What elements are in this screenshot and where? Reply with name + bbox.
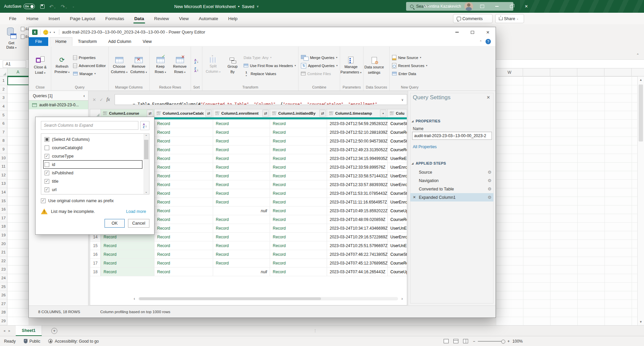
restore-button[interactable] [506,0,517,13]
row-header[interactable]: 18 [0,222,7,231]
event-cell[interactable]: UserEnrol [388,233,407,241]
remove-columns-button[interactable]: ✕ Remove Columns ▾ [129,56,148,75]
course-cell[interactable]: Record [101,268,154,276]
event-cell[interactable]: CourseUp [388,268,407,276]
row-header[interactable]: 21 [0,248,7,257]
grid-horizontal-scrollbar[interactable]: ‹ › [134,295,403,302]
timestamp-cell[interactable]: 2023-03-24T12:52:10.2881839Z [327,128,388,136]
load-more-link[interactable]: Load more [126,209,146,214]
row-number-cell[interactable]: 16 [90,250,101,258]
timestamp-cell[interactable]: 2023-03-24T12:34:15.9949935Z [327,154,388,163]
account-area[interactable]: Valentina Kazakevich ✕ [423,0,532,13]
initiated-by-cell[interactable]: Record [270,189,327,197]
course-cell[interactable]: Record [101,259,154,267]
event-cell[interactable]: CourseSta [388,137,407,145]
feedback-smiley-icon[interactable] [43,30,48,35]
row-header[interactable]: 14 [0,188,7,197]
course-cell[interactable]: Record [101,250,154,258]
initiated-by-cell[interactable]: Record [270,128,327,136]
pq-maximize-button[interactable] [465,27,480,37]
initiated-by-cell[interactable]: Record [270,146,327,154]
row-header[interactable]: 16 [0,205,7,214]
expand-search-input[interactable] [41,121,138,130]
remove-rows-button[interactable]: ✕ Remove Rows ▾ [170,56,190,75]
page-layout-view-button[interactable] [453,339,458,343]
excel-ribbon-tab[interactable]: Page Layout [66,13,100,24]
use-first-row-button[interactable]: Use First Row as Headers▾ [242,62,297,69]
enrollment-cell[interactable]: Record [213,154,270,163]
row-header[interactable]: 8 [0,136,7,145]
column-checkbox-item[interactable]: courseCatalogId [43,143,142,152]
checkbox-icon[interactable] [45,179,49,184]
checkbox-icon[interactable] [45,154,49,159]
initiated-by-cell[interactable]: Record [270,163,327,171]
timestamp-cell[interactable]: 2023-03-24T07:45:12.3768965Z [327,259,388,267]
pq-tab[interactable]: File [29,37,48,46]
column-header-cell[interactable] [604,68,632,76]
avatar[interactable] [464,2,473,11]
ribbon-display-options-button[interactable] [476,0,488,13]
grid-corner-cell[interactable] [90,109,101,117]
excel-ribbon-tab[interactable]: File [5,13,21,24]
course-catalog-cell[interactable]: Record [154,233,213,241]
timestamp-cell[interactable]: 2023-03-24T12:33:57.8839392Z [327,180,388,189]
applied-step[interactable]: ✕ Navigation ⚙ [410,176,494,185]
column-header-cell[interactable] [550,68,577,76]
grid-scroll-right-icon[interactable]: › [401,296,403,301]
choose-columns-button[interactable]: Choose Columns ▾ [110,56,129,75]
event-cell[interactable]: CourseSta [388,250,407,258]
initiated-by-cell[interactable]: Record [270,207,327,215]
event-cell[interactable]: CourseRe [388,128,407,136]
initiated-by-cell[interactable]: Record [270,119,327,128]
timestamp-cell[interactable]: 2023-03-24T11:53:31.0785443Z [327,189,388,197]
grid-column-header[interactable]: Column1.initiatedBy [270,109,327,117]
row-header[interactable]: 15 [0,196,7,205]
excel-ribbon-tab[interactable]: Help [224,13,242,24]
enrollment-cell[interactable]: Record [213,250,270,258]
normal-view-button[interactable] [444,339,449,343]
row-number-cell[interactable]: 18 [90,268,101,276]
sort-ascending-button[interactable]: AZ↓ [193,58,200,65]
zoom-slider[interactable] [478,341,505,342]
row-header[interactable]: 2 [0,85,7,94]
row-header[interactable]: 17 [0,214,7,223]
course-catalog-cell[interactable]: Record [154,172,213,180]
column-header-w[interactable]: W [496,68,523,76]
pq-tab[interactable]: View [137,37,157,46]
grid-scroll-track[interactable] [138,297,398,300]
timestamp-cell[interactable]: 2023-03-24T07:44:16.265443Z [327,268,388,276]
row-header[interactable]: 27 [0,299,7,308]
row-header[interactable]: 10 [0,154,7,162]
row-header[interactable]: 4 [0,102,7,111]
column-expand-icon[interactable] [262,110,269,117]
undo-button[interactable]: ↶⌄ [49,4,56,9]
event-cell[interactable]: UserReEn [388,154,407,163]
scroll-up-icon[interactable]: ▲ [638,76,644,83]
customize-qat-icon[interactable]: ⌄ [72,5,75,8]
formula-accept-icon[interactable]: ✓ [100,97,103,102]
course-catalog-cell[interactable]: Record [154,128,213,136]
column-expand-icon[interactable] [380,110,386,117]
sheet-tab-sheet1[interactable]: Sheet1 [16,326,42,336]
course-catalog-cell[interactable]: Record [154,146,213,154]
select-all-corner[interactable] [0,68,7,76]
row-header[interactable]: 5 [0,111,7,119]
ribbon-mini-button[interactable]: Fr [21,27,29,31]
initiated-by-cell[interactable]: Record [270,154,327,163]
course-catalog-cell[interactable]: Record [154,215,213,224]
row-header[interactable]: 20 [0,239,7,248]
zoom-control[interactable]: − + 100% [473,339,523,344]
step-settings-gear-icon[interactable]: ⚙ [488,178,492,183]
initiated-by-cell[interactable]: Record [270,180,327,189]
course-catalog-cell[interactable]: Record [154,154,213,163]
enrollment-cell[interactable]: Record [213,233,270,241]
row-header[interactable]: 22 [0,256,7,265]
formula-input[interactable]: = Table.ExpandRecordColumn(#"Converted t… [115,94,407,105]
ribbon-mini-button[interactable]: Fr [21,35,29,39]
formula-cancel-icon[interactable]: ✕ [92,97,96,102]
row-number-cell[interactable]: 15 [90,241,101,250]
course-catalog-cell[interactable]: Record [154,137,213,145]
grid-column-header[interactable]: Column1.enrollment [213,109,270,117]
autosave-control[interactable]: AutoSave On [4,4,35,9]
row-header[interactable]: 9 [0,145,7,154]
